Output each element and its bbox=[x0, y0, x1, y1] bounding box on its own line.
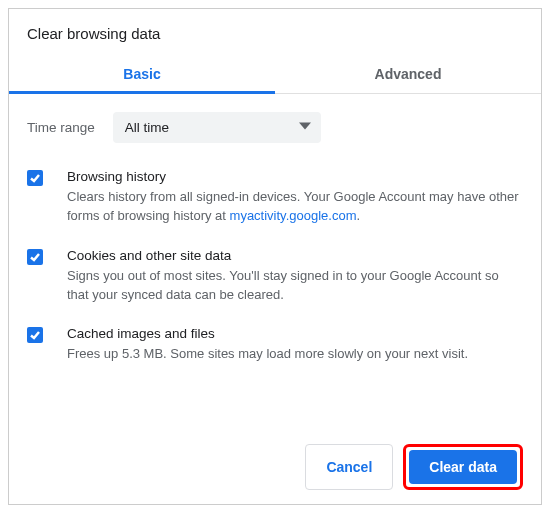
clear-data-button[interactable]: Clear data bbox=[409, 450, 517, 484]
option-cache: Cached images and files Frees up 5.3 MB.… bbox=[27, 326, 523, 364]
tabs: Basic Advanced bbox=[9, 54, 541, 94]
time-range-label: Time range bbox=[27, 120, 95, 135]
time-range-value: All time bbox=[125, 120, 169, 135]
checkbox-browsing-history[interactable] bbox=[27, 170, 43, 186]
option-browsing-history: Browsing history Clears history from all… bbox=[27, 169, 523, 226]
option-desc: Signs you out of most sites. You'll stay… bbox=[67, 267, 523, 305]
tab-basic[interactable]: Basic bbox=[9, 54, 275, 93]
option-title: Cookies and other site data bbox=[67, 248, 523, 263]
option-cookies: Cookies and other site data Signs you ou… bbox=[27, 248, 523, 305]
clear-browsing-data-dialog: Clear browsing data Basic Advanced Time … bbox=[8, 8, 542, 505]
cancel-button[interactable]: Cancel bbox=[305, 444, 393, 490]
tab-advanced[interactable]: Advanced bbox=[275, 54, 541, 93]
option-desc-text-post: . bbox=[356, 208, 360, 223]
option-title: Cached images and files bbox=[67, 326, 523, 341]
dialog-content: Time range All time Browsing history Cle… bbox=[9, 94, 541, 386]
time-range-select[interactable]: All time bbox=[113, 112, 321, 143]
option-desc: Frees up 5.3 MB. Some sites may load mor… bbox=[67, 345, 523, 364]
myactivity-link[interactable]: myactivity.google.com bbox=[230, 208, 357, 223]
dialog-title: Clear browsing data bbox=[9, 9, 541, 54]
highlight-box: Clear data bbox=[403, 444, 523, 490]
option-title: Browsing history bbox=[67, 169, 523, 184]
checkbox-cookies[interactable] bbox=[27, 249, 43, 265]
option-desc: Clears history from all signed-in device… bbox=[67, 188, 523, 226]
dropdown-icon bbox=[299, 120, 311, 135]
checkbox-cache[interactable] bbox=[27, 327, 43, 343]
dialog-actions: Cancel Clear data bbox=[305, 444, 523, 490]
time-range-row: Time range All time bbox=[27, 112, 523, 143]
